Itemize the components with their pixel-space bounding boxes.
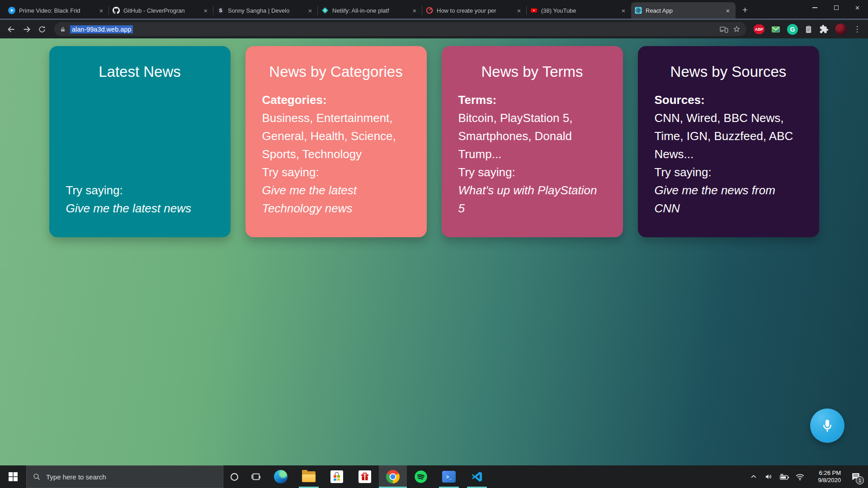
close-icon[interactable]: × (410, 6, 419, 14)
close-icon[interactable]: × (619, 6, 627, 14)
close-icon[interactable]: × (97, 6, 105, 14)
browser-toolbar: alan-99a3d.web.app ABP G ⋮ (0, 20, 868, 38)
github-favicon (113, 7, 120, 14)
action-center-button[interactable]: 1 (844, 465, 868, 488)
volume-icon (764, 472, 774, 481)
card-title: News by Terms (458, 63, 606, 80)
taskbar-app-store[interactable] (323, 465, 351, 488)
extensions-puzzle-icon[interactable] (819, 24, 829, 34)
tab-title: Netlify: All-in-one platf (332, 7, 407, 14)
close-icon[interactable]: × (202, 6, 210, 14)
taskbar-search-box[interactable]: Type here to search (26, 465, 223, 488)
tray-chevron-button[interactable] (746, 465, 761, 488)
tab-sonny-sangha[interactable]: S Sonny Sangha | Develo × (213, 2, 318, 19)
avatar[interactable] (835, 23, 847, 35)
tab-title: GitHub - CleverProgran (123, 7, 198, 14)
minimize-icon (812, 7, 817, 8)
mic-icon (819, 418, 835, 434)
tab-react-app-active[interactable]: React App × (631, 2, 736, 19)
card-items: Business, Entertainment, General, Health… (262, 109, 410, 163)
taskbar-app-gift[interactable] (351, 465, 379, 488)
tab-title: React App (646, 7, 720, 14)
address-bar[interactable]: alan-99a3d.web.app (54, 22, 746, 36)
try-saying-label: Try saying: (262, 163, 410, 181)
sonny-sangha-favicon: S (217, 7, 224, 14)
mail-icon[interactable] (770, 24, 781, 34)
back-button[interactable] (4, 22, 19, 37)
card-try-block: Try saying: What's up with PlayStation 5 (458, 163, 606, 217)
prime-video-favicon (8, 7, 15, 14)
spotify-icon (414, 470, 428, 483)
voice-example: Give me the latest news (66, 199, 214, 217)
extensions-area: ABP G ⋮ (751, 23, 864, 35)
search-icon (33, 473, 41, 481)
tab-article[interactable]: How to create your per × (422, 2, 527, 19)
wifi-icon (795, 472, 805, 482)
adblock-icon[interactable]: ABP (754, 24, 764, 34)
chrome-icon (386, 470, 400, 483)
clipboard-icon[interactable] (804, 24, 813, 34)
vscode-icon (471, 470, 483, 483)
card-heading: Sources: (655, 91, 802, 109)
close-icon[interactable]: × (515, 6, 523, 14)
card-news-by-terms: News by Terms Terms: Bitcoin, PlayStatio… (442, 46, 623, 237)
edge-icon (274, 470, 288, 483)
card-items: CNN, Wired, BBC News, Time, IGN, Buzzfee… (655, 109, 802, 163)
tab-title: Sonny Sangha | Develo (228, 7, 302, 14)
try-saying-label: Try saying: (66, 181, 214, 199)
try-saying-label: Try saying: (458, 163, 606, 181)
tab-github[interactable]: GitHub - CleverProgran × (109, 2, 213, 19)
grammarly-icon[interactable]: G (787, 24, 798, 35)
wifi-button[interactable] (792, 465, 807, 488)
url-text-selected[interactable]: alan-99a3d.web.app (70, 25, 133, 33)
tab-prime-video[interactable]: Prime Video: Black Frid × (5, 2, 109, 19)
back-icon (6, 24, 16, 34)
taskbar-app-vscode[interactable] (463, 465, 491, 488)
task-view-icon (251, 472, 261, 482)
tray-date: 9/8/2020 (807, 477, 841, 484)
taskbar-app-edge[interactable] (267, 465, 295, 488)
card-try-block: Try saying: Give me the latest news (66, 181, 214, 217)
tab-youtube[interactable]: (38) YouTube × (527, 2, 631, 19)
menu-dots-icon[interactable]: ⋮ (853, 24, 862, 34)
bookmark-star-icon[interactable] (732, 25, 741, 33)
start-button[interactable] (0, 465, 26, 488)
tray-chevron-icon (750, 473, 758, 481)
card-title: Latest News (66, 63, 214, 80)
forward-button[interactable] (19, 22, 34, 37)
cortana-button[interactable] (223, 465, 245, 488)
taskbar-app-spotify[interactable] (407, 465, 435, 488)
tray-clock[interactable]: 6:26 PM 9/8/2020 (807, 469, 844, 484)
page-content: Latest News Try saying: Give me the late… (0, 38, 868, 465)
tray-time: 6:26 PM (807, 469, 841, 477)
tab-netlify[interactable]: Netlify: All-in-one platf × (318, 2, 422, 19)
battery-button[interactable] (777, 465, 792, 488)
send-to-devices-icon[interactable] (719, 25, 728, 34)
volume-button[interactable] (761, 465, 777, 488)
card-title: News by Categories (262, 63, 410, 80)
minimize-button[interactable] (804, 0, 826, 15)
maximize-button[interactable] (826, 0, 847, 15)
react-favicon (635, 7, 642, 14)
card-try-block: Try saying: Give me the latest Technolog… (262, 163, 410, 217)
card-latest-news: Latest News Try saying: Give me the late… (49, 46, 231, 237)
alan-mic-button[interactable] (810, 408, 844, 443)
reload-button[interactable] (34, 22, 50, 37)
close-window-button[interactable]: ✕ (847, 0, 868, 15)
task-view-button[interactable] (245, 465, 267, 488)
cortana-icon (231, 473, 238, 481)
taskbar-app-file-explorer[interactable] (295, 465, 323, 488)
card-heading: Terms: (458, 91, 606, 109)
tab-title: (38) YouTube (541, 7, 616, 14)
card-title: News by Sources (655, 63, 802, 80)
forward-icon (22, 24, 32, 34)
powershell-icon: >_ (442, 471, 456, 483)
close-icon[interactable]: × (306, 6, 314, 14)
taskbar-app-powershell[interactable]: >_ (435, 465, 463, 488)
info-cards-row: Latest News Try saying: Give me the late… (0, 38, 868, 237)
taskbar-app-chrome[interactable] (379, 465, 407, 488)
new-tab-button[interactable]: + (738, 3, 752, 17)
close-icon[interactable]: × (724, 6, 732, 14)
card-heading: Categories: (262, 91, 410, 109)
system-tray: 6:26 PM 9/8/2020 1 (746, 465, 868, 488)
